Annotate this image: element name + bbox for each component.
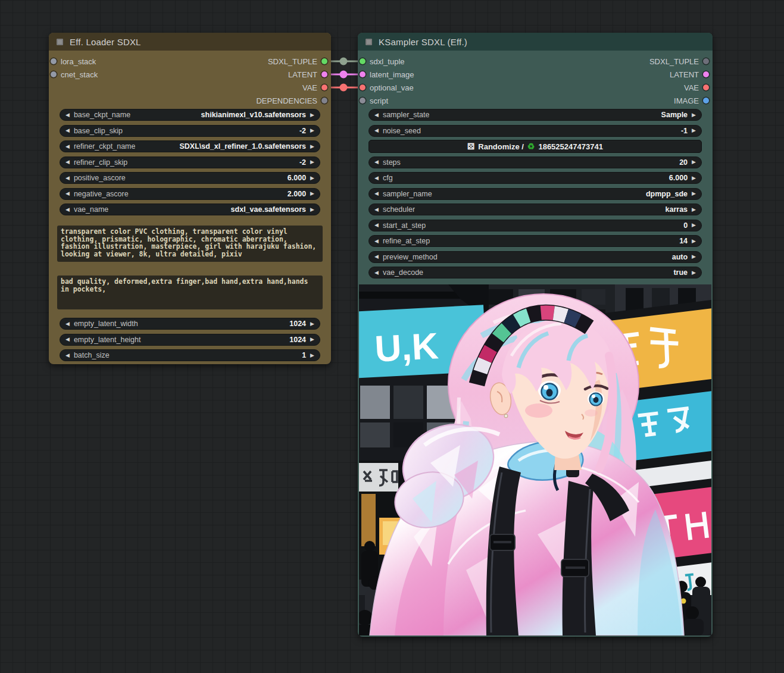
node-ksampler-sdxl-eff[interactable]: KSampler SDXL (Eff.) sdxl_tuple latent_i… — [358, 33, 713, 637]
increment-arrow-icon[interactable]: ▶ — [692, 270, 696, 276]
increment-arrow-icon[interactable]: ▶ — [310, 207, 314, 212]
input-port[interactable] — [360, 58, 366, 64]
node-titlebar[interactable]: Eff. Loader SDXL — [49, 33, 331, 51]
output-slot-latent[interactable]: LATENT — [670, 70, 709, 79]
node-titlebar[interactable]: KSampler SDXL (Eff.) — [358, 33, 713, 51]
node-eff-loader-sdxl[interactable]: Eff. Loader SDXL lora_stack cnet_stack S… — [49, 33, 331, 364]
increment-arrow-icon[interactable]: ▶ — [310, 191, 314, 196]
increment-arrow-icon[interactable]: ▶ — [692, 223, 696, 228]
input-slot-cnet-stack[interactable]: cnet_stack — [51, 70, 98, 79]
output-port[interactable] — [321, 71, 327, 77]
widget-positive_ascore[interactable]: ◀ positive_ascore 6.000 ▶ — [60, 172, 320, 184]
output-port[interactable] — [703, 58, 709, 64]
widget-refiner_ckpt_name[interactable]: ◀ refiner_ckpt_name SDXL\sd_xl_refiner_1… — [60, 140, 320, 152]
negative-prompt-textarea[interactable]: bad quality, deformed,extra finger,bad h… — [57, 276, 323, 309]
input-port[interactable] — [360, 71, 366, 77]
output-slot-sdxl-tuple[interactable]: SDXL_TUPLE — [268, 57, 327, 66]
increment-arrow-icon[interactable]: ▶ — [692, 207, 696, 212]
increment-arrow-icon[interactable]: ▶ — [692, 128, 696, 133]
input-slot-latent-image[interactable]: latent_image — [360, 70, 414, 79]
input-slot-lora-stack[interactable]: lora_stack — [51, 57, 96, 66]
input-slot-script[interactable]: script — [360, 96, 388, 105]
increment-arrow-icon[interactable]: ▶ — [310, 159, 314, 165]
output-slot-vae[interactable]: VAE — [302, 83, 327, 92]
widget-sampler_name[interactable]: ◀ sampler_name dpmpp_sde ▶ — [368, 188, 702, 200]
widget-sampler_state[interactable]: ◀ sampler_state Sample ▶ — [368, 109, 702, 121]
dice-icon: ⚄ — [467, 142, 474, 151]
decrement-arrow-icon[interactable]: ◀ — [65, 112, 70, 118]
increment-arrow-icon[interactable]: ▶ — [692, 112, 696, 118]
decrement-arrow-icon[interactable]: ◀ — [374, 128, 379, 133]
input-port[interactable] — [51, 58, 57, 64]
widget-value: -2 — [299, 127, 306, 135]
widget-steps[interactable]: ◀ steps 20 ▶ — [368, 156, 702, 168]
decrement-arrow-icon[interactable]: ◀ — [374, 112, 379, 118]
widget-value: 1 — [302, 351, 306, 359]
widget-refine_at_step[interactable]: ◀ refine_at_step 14 ▶ — [368, 235, 702, 247]
increment-arrow-icon[interactable]: ▶ — [692, 239, 696, 244]
widget-refiner_clip_skip[interactable]: ◀ refiner_clip_skip -2 ▶ — [60, 156, 320, 168]
decrement-arrow-icon[interactable]: ◀ — [65, 207, 70, 212]
widget-base_clip_skip[interactable]: ◀ base_clip_skip -2 ▶ — [60, 125, 320, 137]
output-port[interactable] — [703, 84, 709, 90]
output-port[interactable] — [703, 98, 709, 104]
decrement-arrow-icon[interactable]: ◀ — [65, 191, 70, 196]
output-port[interactable] — [321, 98, 327, 104]
widget-empty_latent_height[interactable]: ◀ empty_latent_height 1024 ▶ — [60, 334, 320, 346]
increment-arrow-icon[interactable]: ▶ — [310, 112, 314, 118]
decrement-arrow-icon[interactable]: ◀ — [374, 191, 379, 196]
decrement-arrow-icon[interactable]: ◀ — [65, 176, 70, 181]
output-port[interactable] — [321, 58, 327, 64]
positive-prompt-textarea[interactable]: transparent color PVC clothing, transpar… — [57, 226, 323, 262]
increment-arrow-icon[interactable]: ▶ — [692, 254, 696, 259]
widget-batch_size[interactable]: ◀ batch_size 1 ▶ — [60, 349, 320, 361]
increment-arrow-icon[interactable]: ▶ — [310, 353, 314, 358]
increment-arrow-icon[interactable]: ▶ — [310, 144, 314, 149]
decrement-arrow-icon[interactable]: ◀ — [374, 239, 379, 244]
decrement-arrow-icon[interactable]: ◀ — [65, 128, 70, 133]
increment-arrow-icon[interactable]: ▶ — [692, 159, 696, 165]
widget-preview_method[interactable]: ◀ preview_method auto ▶ — [368, 251, 702, 263]
widget-vae_decode[interactable]: ◀ vae_decode true ▶ — [368, 267, 702, 278]
output-slot-image[interactable]: IMAGE — [674, 96, 709, 105]
decrement-arrow-icon[interactable]: ◀ — [65, 353, 70, 358]
decrement-arrow-icon[interactable]: ◀ — [65, 337, 70, 342]
input-port[interactable] — [360, 98, 366, 104]
input-port[interactable] — [51, 71, 57, 77]
widget-noise_seed[interactable]: ◀ noise_seed -1 ▶ — [368, 125, 702, 137]
collapse-icon[interactable] — [366, 39, 372, 45]
decrement-arrow-icon[interactable]: ◀ — [374, 159, 379, 165]
widget-scheduler[interactable]: ◀ scheduler karras ▶ — [368, 204, 702, 215]
decrement-arrow-icon[interactable]: ◀ — [374, 270, 379, 276]
widget-negative_ascore[interactable]: ◀ negative_ascore 2.000 ▶ — [60, 188, 320, 200]
output-port[interactable] — [703, 71, 709, 77]
widget-cfg[interactable]: ◀ cfg 6.000 ▶ — [368, 172, 702, 184]
increment-arrow-icon[interactable]: ▶ — [310, 337, 314, 342]
increment-arrow-icon[interactable]: ▶ — [692, 176, 696, 181]
output-port[interactable] — [321, 84, 327, 90]
output-slot-vae[interactable]: VAE — [684, 83, 709, 92]
widget-vae_name[interactable]: ◀ vae_name sdxl_vae.safetensors ▶ — [60, 204, 320, 215]
widget-empty_latent_width[interactable]: ◀ empty_latent_width 1024 ▶ — [60, 318, 320, 330]
input-slot-sdxl-tuple[interactable]: sdxl_tuple — [360, 57, 405, 66]
widget-base_ckpt_name[interactable]: ◀ base_ckpt_name shikianimexl_v10.safete… — [60, 109, 320, 121]
increment-arrow-icon[interactable]: ▶ — [310, 128, 314, 133]
randomize-seed-button[interactable]: ⚄ Randomize / ♻ 186525247473741 — [368, 140, 702, 153]
output-slot-latent[interactable]: LATENT — [288, 70, 327, 79]
input-slot-optional-vae[interactable]: optional_vae — [360, 83, 414, 92]
widget-start_at_step[interactable]: ◀ start_at_step 0 ▶ — [368, 220, 702, 231]
output-slot-dependencies[interactable]: DEPENDENCIES — [256, 96, 327, 105]
increment-arrow-icon[interactable]: ▶ — [692, 191, 696, 196]
decrement-arrow-icon[interactable]: ◀ — [65, 321, 70, 327]
collapse-icon[interactable] — [57, 39, 63, 45]
input-port[interactable] — [360, 84, 366, 90]
output-slot-sdxl-tuple[interactable]: SDXL_TUPLE — [649, 57, 709, 66]
decrement-arrow-icon[interactable]: ◀ — [65, 144, 70, 149]
decrement-arrow-icon[interactable]: ◀ — [374, 254, 379, 259]
decrement-arrow-icon[interactable]: ◀ — [65, 159, 70, 165]
decrement-arrow-icon[interactable]: ◀ — [374, 207, 379, 212]
decrement-arrow-icon[interactable]: ◀ — [374, 176, 379, 181]
increment-arrow-icon[interactable]: ▶ — [310, 176, 314, 181]
decrement-arrow-icon[interactable]: ◀ — [374, 223, 379, 228]
increment-arrow-icon[interactable]: ▶ — [310, 321, 314, 327]
